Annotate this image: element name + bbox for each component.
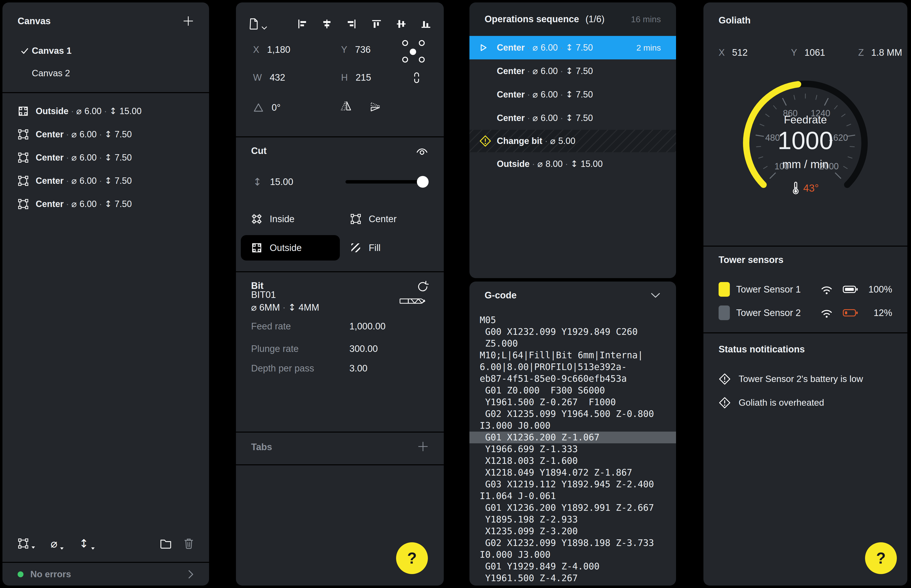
divider: [704, 246, 907, 247]
machine-y-value: 1061: [804, 47, 825, 58]
chevron-down-icon[interactable]: [650, 292, 661, 299]
canvas-operation-item[interactable]: Center · ⌀ 6.00 · ↕ 7.50: [18, 123, 194, 146]
slider-track[interactable]: [345, 180, 428, 184]
flip-horizontal-button[interactable]: [340, 101, 352, 111]
flip-horizontal-icon: [340, 101, 352, 111]
gcode-line[interactable]: G01 X1236.200 Y1892.991 Z-2.667: [469, 502, 676, 514]
tower-sensor-row[interactable]: Tower Sensor 212%: [718, 302, 892, 324]
gcode-line[interactable]: G01 X1236.200 Z-1.067: [469, 431, 676, 443]
gcode-line[interactable]: Y1961.500 Z-0.267 F1000: [469, 396, 676, 408]
rotation-input[interactable]: 0°: [272, 102, 280, 113]
cut-option-center[interactable]: Center: [340, 206, 439, 232]
diameter-dropdown[interactable]: ⌀: [50, 537, 64, 550]
frame-inside-icon: [251, 213, 262, 225]
gcode-line[interactable]: G00 X1232.099 Y1929.849 C260: [469, 326, 676, 338]
notification-text: Goliath is overheated: [739, 397, 824, 408]
constrain-proportions-icon[interactable]: [412, 70, 421, 85]
gcode-line[interactable]: Y1895.198 Z-2.933: [469, 514, 676, 525]
sequence-item[interactable]: Change bit · ⌀ 5.00: [469, 130, 676, 152]
align-middle-vertical-button[interactable]: [396, 19, 406, 29]
depth-dropdown[interactable]: ↕: [79, 537, 95, 550]
gauge-tick: [782, 98, 786, 105]
cut-preview-button[interactable]: [416, 145, 429, 156]
gcode-line[interactable]: Y1966.699 Z-1.333: [469, 443, 676, 455]
sequence-item[interactable]: Center · ⌀ 6.00 · ↕ 7.502 mins: [469, 36, 676, 60]
flip-vertical-button[interactable]: [369, 101, 379, 113]
gcode-line[interactable]: X1235.099 Z-3.200: [469, 525, 676, 537]
sequence-item[interactable]: Outside · ⌀ 8.00 · ↕ 15.00: [469, 152, 676, 176]
gcode-line[interactable]: G02 X1235.099 Y1964.500 Z-0.800: [469, 408, 676, 420]
cut-option-inside[interactable]: Inside: [241, 206, 340, 232]
gcode-line[interactable]: I0.000 J3.000: [469, 549, 676, 561]
cut-option-outside[interactable]: Outside: [241, 235, 340, 260]
plunge-rate-value[interactable]: 300.00: [350, 344, 378, 354]
frame-type-dropdown[interactable]: [18, 538, 36, 549]
depth-icon: ↕: [253, 176, 262, 188]
gcode-line[interactable]: I1.064 J-0.061: [469, 490, 676, 502]
status-notification-item[interactable]: Tower Sensor 2's battery is low: [718, 368, 892, 390]
gcode-line[interactable]: Z5.000: [469, 338, 676, 349]
chevron-right-icon: [188, 569, 194, 580]
sequence-item[interactable]: Center · ⌀ 6.00 · ↕ 7.50: [469, 60, 676, 83]
depth-per-pass-value[interactable]: 3.00: [350, 363, 367, 374]
sensor-name: Tower Sensor 2: [736, 308, 820, 318]
caret-down-icon: [91, 547, 95, 550]
height-input[interactable]: 215: [356, 72, 371, 83]
gcode-header[interactable]: G-code: [469, 281, 676, 309]
align-right-button[interactable]: [346, 19, 357, 29]
gcode-line[interactable]: M05: [469, 314, 676, 326]
tower-sensor-row[interactable]: Tower Sensor 1100%: [718, 278, 892, 300]
canvas-operation-item[interactable]: Center · ⌀ 6.00 · ↕ 7.50: [18, 192, 194, 216]
help-button[interactable]: ?: [865, 542, 897, 574]
bit-info[interactable]: BIT01 ⌀ 6MM · ↕ 4MM: [251, 288, 319, 314]
width-input[interactable]: 432: [270, 72, 285, 83]
gcode-line[interactable]: eb87-4f51-85e0-9c660efb453a: [469, 373, 676, 384]
bit-reset-button[interactable]: [416, 281, 429, 293]
gcode-line[interactable]: X1218.003 Z-1.600: [469, 455, 676, 467]
file-export-dropdown[interactable]: [249, 18, 267, 30]
sequence-item[interactable]: Center · ⌀ 6.00 · ↕ 7.50: [469, 83, 676, 106]
add-canvas-button[interactable]: [183, 15, 194, 27]
cut-depth-slider[interactable]: [345, 174, 428, 190]
align-left-button[interactable]: [297, 19, 307, 29]
align-bottom-button[interactable]: [421, 19, 431, 29]
canvas-item-1[interactable]: Canvas 1: [18, 40, 194, 62]
status-bar[interactable]: No errors: [2, 563, 209, 586]
gcode-line[interactable]: I3.000 J0.000: [469, 420, 676, 431]
feed-rate-label: Feed rate: [251, 321, 350, 332]
gcode-line[interactable]: G02 X1232.099 Y1898.198 Z-3.733: [469, 537, 676, 549]
gauge-tick: [773, 105, 777, 109]
align-middle-vertical-icon: [396, 19, 406, 29]
canvas-operation-item[interactable]: Center · ⌀ 6.00 · ↕ 7.50: [18, 146, 194, 169]
cut-option-fill[interactable]: Fill: [340, 235, 439, 260]
status-notification-item[interactable]: Goliath is overheated: [718, 391, 892, 414]
feed-rate-value[interactable]: 1,000.00: [350, 321, 385, 332]
gcode-line[interactable]: X1218.049 Y1894.072 Z-1.867: [469, 467, 676, 478]
gcode-line[interactable]: G01 Z0.000 F300 S6000: [469, 384, 676, 396]
slider-handle[interactable]: [417, 176, 429, 188]
gcode-line[interactable]: G01 Y1929.849 Z-4.000: [469, 561, 676, 572]
gcode-line[interactable]: 6.00|8.00|PROFILO|513e392a-: [469, 361, 676, 373]
anchor-point-selector[interactable]: [401, 39, 426, 64]
y-input[interactable]: 736: [355, 44, 371, 55]
sequence-item[interactable]: Center · ⌀ 6.00 · ↕ 7.50: [469, 106, 676, 130]
battery-percentage: 100%: [865, 284, 892, 295]
folder-button[interactable]: [160, 538, 172, 549]
frame-outside-icon: [251, 242, 262, 254]
gcode-listing[interactable]: M05 G00 X1232.099 Y1929.849 C260 Z5.000M…: [469, 309, 676, 586]
canvas-operation-item[interactable]: Outside · ⌀ 6.00 · ↕ 15.00: [18, 100, 194, 123]
align-center-horizontal-button[interactable]: [322, 19, 332, 29]
gcode-line[interactable]: G03 X1219.112 Y1892.945 Z-2.400: [469, 478, 676, 490]
cut-section: Cut ↕ 15.00 Inside Center Outside: [236, 137, 444, 271]
x-input[interactable]: 1,180: [267, 44, 290, 55]
gcode-line[interactable]: M10;L|64|Fill|Bit 6mm|Interna|: [469, 349, 676, 361]
align-top-button[interactable]: [371, 19, 382, 29]
gcode-line[interactable]: Y1961.500 Z-4.267: [469, 572, 676, 584]
canvas-item-2[interactable]: Canvas 2: [18, 62, 194, 84]
trash-button[interactable]: [184, 538, 194, 549]
add-tab-button[interactable]: [417, 441, 429, 452]
cut-depth-input[interactable]: 15.00: [270, 177, 293, 187]
canvas-operation-item[interactable]: Center · ⌀ 6.00 · ↕ 7.50: [18, 169, 194, 192]
diameter-icon: ⌀: [251, 302, 257, 313]
help-button[interactable]: ?: [396, 542, 428, 574]
